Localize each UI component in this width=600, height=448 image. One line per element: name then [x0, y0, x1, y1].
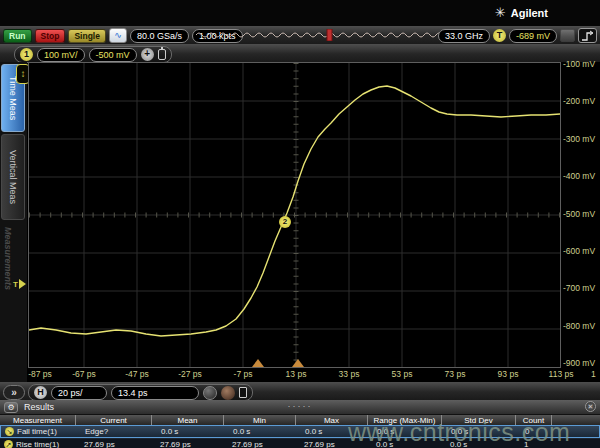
results-header[interactable]: ⚙ Results ····· ✕: [0, 400, 600, 414]
horizontal-badge[interactable]: H: [34, 386, 47, 399]
agilent-star-icon: ✳: [495, 6, 506, 19]
trigger-level-field[interactable]: -689 mV: [509, 29, 557, 43]
close-icon: ✕: [588, 403, 594, 410]
waveform-display[interactable]: 2: [28, 62, 561, 368]
y-axis-label: -800 mV: [563, 320, 595, 332]
tab-vertical-meas-label: Vertical Meas: [8, 150, 18, 204]
title-bar: ✳ Agilent: [0, 0, 600, 26]
results-settings-button[interactable]: ⚙: [4, 402, 18, 413]
cell-current: Edge?: [77, 427, 153, 436]
agilent-logo: ✳ Agilent: [495, 6, 548, 19]
left-sidebar: Time Meas Vertical Meas Measurements: [0, 62, 27, 382]
run-button[interactable]: Run: [3, 29, 32, 43]
gear-icon: ⚙: [7, 403, 14, 412]
x-axis-label: 113 ps: [549, 369, 574, 379]
col-measurement[interactable]: Measurement: [0, 415, 76, 425]
col-mean[interactable]: Mean: [152, 415, 224, 425]
rise-time-badge-icon: ↗: [4, 440, 13, 448]
stop-button[interactable]: Stop: [35, 29, 66, 43]
channel-number-label: 1: [591, 369, 596, 379]
oscilloscope-screen: ✳ Agilent Run Stop Single ∿ 80.0 GSa/s 1…: [0, 0, 600, 448]
x-axis-label: -27 ps: [178, 369, 202, 379]
display-settings-button[interactable]: ∿: [109, 28, 127, 43]
y-axis-label: -100 mV: [563, 58, 595, 70]
col-current[interactable]: Current: [76, 415, 152, 425]
trigger-level-marker[interactable]: T: [13, 279, 26, 289]
trigger-cluster: 33.0 GHz T -689 mV: [438, 28, 597, 43]
trigger-level-arrow-icon: [19, 279, 26, 289]
channel1-cluster: 1 100 mV/ -500 mV +: [14, 46, 172, 63]
y-axis-label: -200 mV: [563, 95, 595, 107]
cell-mean: 0.0 s: [153, 427, 225, 436]
sample-rate-field[interactable]: 80.0 GSa/s: [130, 29, 189, 43]
x-axis-label: 33 ps: [339, 369, 360, 379]
y-axis-label: -600 mV: [563, 245, 595, 257]
trigger-position-marker: [327, 29, 332, 41]
scope-display-icon: ∿: [114, 31, 122, 40]
measurements-ghost-text: Measurements: [3, 227, 13, 290]
single-button[interactable]: Single: [68, 29, 106, 43]
channel1-offset-field[interactable]: -500 mV: [89, 48, 137, 62]
cell-min: 27.69 ps: [224, 440, 296, 448]
trigger-source-badge[interactable]: T: [493, 29, 506, 42]
acquisition-toolbar: Run Stop Single ∿ 80.0 GSa/s 1.00 kpts 3…: [0, 26, 600, 44]
x-axis-label: 13 ps: [286, 369, 307, 379]
brand-name: Agilent: [511, 7, 548, 19]
y-axis-label: -300 mV: [563, 133, 595, 145]
x-axis-labels: -87 ps-67 ps-47 ps-27 ps-7 ps13 ps33 ps5…: [28, 369, 561, 381]
channel1-group: 1 100 mV/ -500 mV +: [14, 46, 172, 63]
measurement-gate-stop-icon[interactable]: [292, 359, 304, 367]
tab-vertical-meas[interactable]: Vertical Meas: [1, 134, 25, 220]
watermark-text: www.cntronics.com: [348, 418, 570, 447]
cell-current: 27.69 ps: [76, 440, 152, 448]
add-channel-icon[interactable]: +: [141, 48, 154, 61]
timebase-position-field[interactable]: 13.4 ps: [111, 386, 199, 400]
waveform-layer: [29, 63, 560, 367]
channel1-badge[interactable]: 1: [20, 48, 33, 61]
y-axis-label: -500 mV: [563, 208, 595, 220]
x-axis-label: -87 ps: [28, 369, 52, 379]
channel-toolbar: 1 100 mV/ -500 mV +: [0, 44, 600, 62]
measurement-name: Fall time(1): [17, 427, 57, 436]
acquisition-preview-waveform: [196, 29, 452, 41]
channel1-scale-field[interactable]: 100 mV/: [37, 48, 85, 62]
waveform-path: [29, 86, 560, 336]
disabled-tool-icon: [560, 29, 575, 42]
probe-icon[interactable]: [158, 49, 166, 60]
horizontal-knob-icon[interactable]: [203, 386, 217, 400]
measurement-gate-start-icon[interactable]: [252, 359, 264, 367]
timebase-cluster: » H 20 ps/ 13.4 ps: [3, 384, 253, 401]
trigger-setup-button[interactable]: [578, 28, 597, 43]
waveform-marker-2[interactable]: 2: [279, 216, 291, 228]
results-close-button[interactable]: ✕: [585, 401, 596, 412]
x-axis-label: 93 ps: [498, 369, 519, 379]
expand-panel-button[interactable]: »: [3, 385, 25, 400]
x-axis-label: 53 ps: [392, 369, 413, 379]
bandwidth-field[interactable]: 33.0 GHz: [438, 29, 490, 43]
timebase-group: H 20 ps/ 13.4 ps: [28, 384, 253, 401]
measurement-name: Rise time(1): [16, 440, 59, 448]
y-axis-label: -900 mV: [563, 357, 595, 369]
cell-min: 0.0 s: [225, 427, 297, 436]
y-axis-labels: -100 mV-200 mV-300 mV-400 mV-500 mV-600 …: [563, 58, 600, 370]
fall-time-badge-icon: ↘: [5, 427, 14, 436]
x-axis-label: -47 ps: [125, 369, 149, 379]
x-axis-label: 73 ps: [445, 369, 466, 379]
results-title: Results: [24, 402, 54, 412]
panel-icon[interactable]: [239, 387, 247, 398]
trackball-icon[interactable]: [221, 386, 235, 400]
col-min[interactable]: Min: [224, 415, 296, 425]
trigger-edge-icon: [581, 30, 595, 42]
cell-mean: 27.69 ps: [152, 440, 224, 448]
x-axis-label: -67 ps: [72, 369, 96, 379]
drag-handle-icon[interactable]: ·····: [288, 400, 313, 412]
y-axis-label: -400 mV: [563, 170, 595, 182]
y-axis-label: -700 mV: [563, 282, 595, 294]
timebase-scale-field[interactable]: 20 ps/: [51, 386, 107, 400]
measurements-panel-label: Measurements: [3, 227, 13, 357]
x-axis-label: -7 ps: [234, 369, 253, 379]
trigger-level-marker-label: T: [13, 280, 18, 289]
timebase-toolbar: » H 20 ps/ 13.4 ps: [0, 382, 600, 400]
